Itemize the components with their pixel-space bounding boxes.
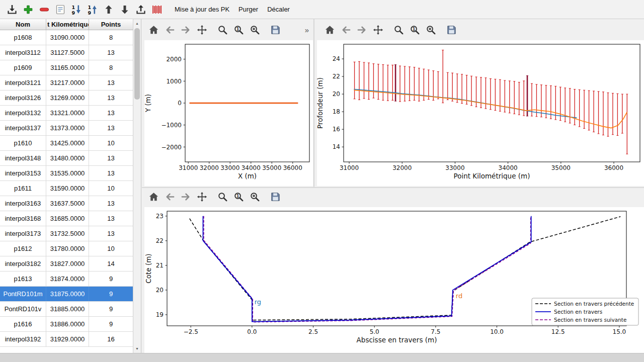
forward-button[interactable] [354, 22, 369, 38]
back-icon [164, 191, 176, 203]
zoom-button[interactable] [215, 22, 230, 38]
move-up-button[interactable] [101, 2, 117, 18]
zoom-one-button[interactable]: 1 [407, 22, 422, 38]
table-row[interactable]: PontRD101m31875.00009 [0, 287, 133, 302]
table-row[interactable]: p160831090.00008 [0, 30, 133, 45]
cell-nom: interpol3137 [0, 121, 46, 135]
table-row[interactable]: p161131590.000010 [0, 181, 133, 196]
add-section-button[interactable] [20, 2, 36, 18]
table-row[interactable]: interpol312631269.000013 [0, 90, 133, 106]
table-scrollbar[interactable]: ▲ ▼ [133, 19, 141, 353]
cell-pk: 31885.0000 [46, 302, 89, 316]
table-row[interactable]: interpol319231929.000016 [0, 332, 133, 347]
column-header-pk[interactable]: t Kilométrique [46, 19, 89, 30]
table-row[interactable]: p161031425.000010 [0, 136, 133, 151]
svg-text:33000: 33000 [220, 164, 239, 171]
table-row[interactable]: interpol313231321.000013 [0, 106, 133, 121]
export-button[interactable] [133, 2, 149, 18]
home-button[interactable] [146, 22, 161, 38]
svg-text:35000: 35000 [262, 164, 281, 171]
cell-nom: interpol3182 [0, 256, 46, 271]
svg-text:20: 20 [156, 287, 164, 294]
zoom-button[interactable] [215, 189, 230, 205]
svg-text:22: 22 [156, 237, 164, 244]
column-header-points[interactable]: Points [89, 19, 133, 30]
pan-button[interactable] [370, 22, 385, 38]
svg-text:20: 20 [333, 90, 340, 98]
forward-button[interactable] [178, 189, 193, 205]
profile-canvas[interactable]: 3100032000330003400035000360001416182022… [317, 40, 644, 185]
plan-view-canvas[interactable]: 310003200033000340003500036000−2000−1000… [144, 40, 313, 185]
table-row[interactable]: interpol314831480.000013 [0, 151, 133, 166]
purge-button[interactable]: Purger [234, 3, 263, 16]
sections-table-body: p160831090.00008interpol311231127.500013… [0, 30, 133, 347]
table-row[interactable]: interpol318231827.000014 [0, 256, 133, 272]
remove-section-button[interactable] [36, 2, 52, 18]
plan-view-toolbar: 1» [146, 21, 310, 39]
save-button[interactable] [268, 22, 283, 38]
svg-text:16: 16 [333, 126, 340, 133]
svg-text:31000: 31000 [179, 164, 198, 171]
scrollbar-up-button[interactable]: ▲ [133, 20, 141, 27]
zoom-plus-button[interactable] [247, 189, 262, 205]
table-row[interactable]: interpol311231127.500013 [0, 45, 133, 60]
table-row[interactable]: interpol312131217.000013 [0, 75, 133, 90]
zoom-one-button[interactable]: 1 [231, 189, 246, 205]
svg-text:−1000: −1000 [161, 122, 182, 129]
svg-text:24: 24 [333, 55, 340, 62]
edit-section-button[interactable] [52, 2, 68, 18]
import-button[interactable] [4, 2, 20, 18]
home-button[interactable] [322, 22, 337, 38]
sort-descending-button[interactable]: 1 9 [68, 2, 85, 18]
svg-text:1: 1 [88, 4, 92, 10]
vertical-splitter[interactable] [313, 19, 314, 187]
table-row[interactable]: interpol316331637.500013 [0, 196, 133, 211]
pan-button[interactable] [194, 22, 209, 38]
svg-text:23: 23 [156, 213, 164, 220]
cell-points: 10 [89, 241, 133, 256]
pan-button[interactable] [194, 189, 209, 205]
zoom-plus-button[interactable] [423, 22, 438, 38]
zoom-plus-icon [249, 191, 261, 203]
table-row[interactable]: interpol315331535.000013 [0, 166, 133, 181]
column-header-nom[interactable]: Nom [0, 19, 46, 30]
export-icon [135, 4, 147, 16]
main-toolbar: 1 9 1 9 [0, 0, 644, 19]
pan-icon [196, 24, 208, 36]
back-button[interactable] [162, 189, 177, 205]
table-row[interactable]: p161631886.00009 [0, 317, 133, 332]
svg-text:35000: 35000 [551, 164, 571, 171]
zoom-one-button[interactable]: 1 [231, 22, 246, 38]
table-row[interactable]: PontRD101v31885.00009 [0, 302, 133, 317]
scrollbar-thumb[interactable] [134, 28, 140, 100]
home-button[interactable] [146, 189, 161, 205]
cell-points: 13 [89, 106, 133, 120]
sections-display-button[interactable] [149, 2, 165, 18]
back-button[interactable] [162, 22, 177, 38]
cell-pk: 31127.5000 [46, 45, 89, 60]
save-button[interactable] [444, 22, 459, 38]
shift-button[interactable]: Décaler [263, 3, 294, 16]
back-button[interactable] [338, 22, 353, 38]
forward-icon [180, 191, 192, 203]
scrollbar-down-button[interactable]: ▼ [133, 345, 141, 352]
forward-button[interactable] [178, 22, 193, 38]
toolbar-overflow-indicator[interactable]: » [304, 26, 310, 34]
cell-points: 16 [89, 332, 133, 346]
save-button[interactable] [268, 189, 283, 205]
cross-section-canvas[interactable]: −2.50.02.55.07.510.012.515.01920212223rg… [144, 207, 644, 353]
table-row[interactable]: p161331874.00009 [0, 272, 133, 287]
zoom-button[interactable] [391, 22, 406, 38]
zoom-plus-button[interactable] [247, 22, 262, 38]
table-row[interactable]: interpol316831685.000013 [0, 211, 133, 226]
cell-nom: interpol3121 [0, 75, 46, 90]
home-icon [324, 24, 336, 36]
table-row[interactable]: interpol313731373.000013 [0, 121, 133, 136]
move-down-button[interactable] [117, 2, 133, 18]
table-row[interactable]: interpol317331732.500013 [0, 226, 133, 241]
update-pk-button[interactable]: Mise à jour des PK [170, 3, 234, 16]
sort-ascending-button[interactable]: 1 9 [85, 2, 101, 18]
cell-pk: 31637.5000 [46, 196, 89, 211]
table-row[interactable]: p160931165.00008 [0, 60, 133, 75]
table-row[interactable]: p161231780.000010 [0, 241, 133, 256]
